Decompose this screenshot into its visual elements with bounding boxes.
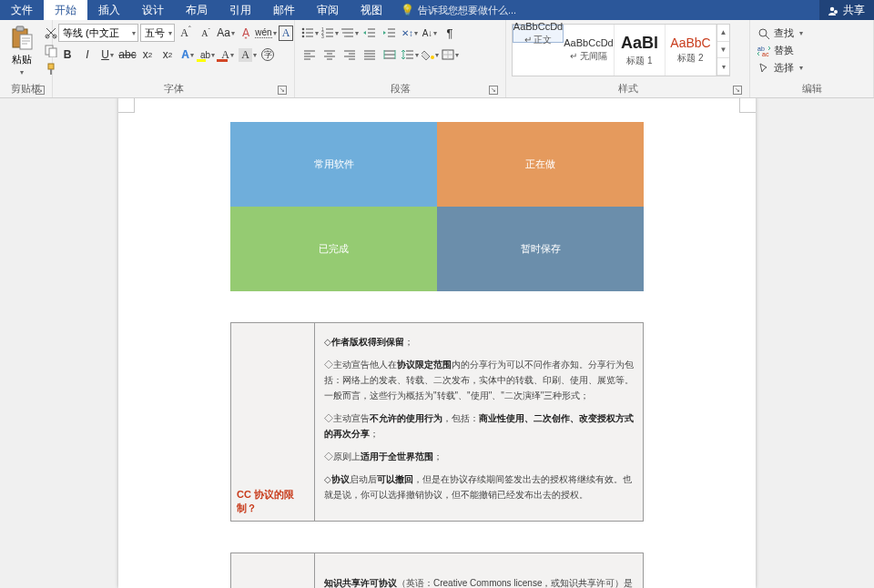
styles-scroll-down[interactable]: ▼ [717,42,729,59]
highlight-button[interactable]: ab [198,46,217,64]
quad-temp-save: 暂时保存 [437,207,644,291]
bullets-icon [301,27,314,38]
numbering-button[interactable]: 123 [320,24,339,42]
margin-marker-tr [739,98,756,113]
shrink-font-button[interactable]: Aˇ [197,24,215,42]
italic-button[interactable]: I [78,46,97,64]
cc-restrictions-heading: CC 协议的限制？ [231,323,315,521]
select-button[interactable]: 选择▾ [756,60,805,76]
bucket-icon [422,49,434,60]
paste-icon [9,25,35,51]
cursor-icon [757,62,770,75]
align-left-icon [303,49,316,60]
tab-insert[interactable]: 插入 [87,0,131,20]
font-name-select[interactable]: 等线 (中文正▾ [58,24,138,42]
superscript-button[interactable]: x2 [158,46,177,64]
border-icon [442,49,454,60]
phonetic-guide-button[interactable]: wén [257,24,275,42]
group-styles: AaBbCcDd↵ 正文 AaBbCcDd↵ 无间隔 AaBl标题 1 AaBb… [506,20,750,97]
strikethrough-button[interactable]: abc [118,46,137,64]
align-center-icon [323,49,336,60]
line-spacing-icon [401,49,414,60]
numbering-icon: 123 [321,27,334,38]
multilevel-icon [341,27,354,38]
svg-point-19 [344,35,346,37]
font-dialog-launcher[interactable]: ↘ [278,86,287,95]
paragraph-dialog-launcher[interactable]: ↘ [489,86,498,95]
tab-design[interactable]: 设计 [131,0,175,20]
tab-view[interactable]: 视图 [350,0,393,20]
svg-point-11 [301,28,304,31]
share-icon [828,5,839,15]
style-no-spacing[interactable]: AaBbCcDd↵ 无间隔 [564,25,615,76]
share-button[interactable]: 共享 [819,0,874,20]
show-marks-button[interactable]: ¶ [441,24,459,42]
styles-dialog-launcher[interactable]: ↘ [733,86,742,95]
replace-icon: abac [757,45,770,57]
multilevel-list-button[interactable] [340,24,359,42]
align-left-button[interactable] [300,46,319,64]
style-heading-1[interactable]: AaBl标题 1 [615,25,666,76]
asian-layout-button[interactable]: ✕↕ [401,24,419,42]
style-heading-2[interactable]: AaBbC标题 2 [666,25,716,76]
align-center-button[interactable] [320,46,339,64]
char-shading-button[interactable]: A [239,46,257,64]
bold-button[interactable]: B [58,46,76,64]
ribbon: 粘贴 ▾ 剪贴板↘ 等线 (中文正▾ 五号▾ Aˆ Aˇ Aa A͎ wén A [0,20,874,98]
shading-button[interactable] [421,46,439,64]
styles-expand[interactable]: ▾ [717,58,729,76]
styles-scroll-up[interactable]: ▲ [717,25,729,42]
quad-common-software: 常用软件 [230,122,437,207]
character-border-button[interactable]: A [277,24,295,42]
cc-restrictions-content: ◇作者版权得到保留； ◇主动宣告他人在协议限定范围内的分享行为可以不问作者亦知。… [315,323,643,521]
margin-marker-tl [118,98,135,113]
underline-button[interactable]: U [98,46,117,64]
distribute-button[interactable] [381,46,399,64]
font-size-select[interactable]: 五号▾ [140,24,175,42]
tell-me-search[interactable]: 💡 告诉我您想要做什么... [401,4,516,17]
font-color-button[interactable]: A [218,46,237,64]
group-clipboard: 粘贴 ▾ 剪贴板↘ [0,20,53,97]
find-button[interactable]: 查找▾ [756,25,805,41]
bullets-button[interactable] [300,24,319,42]
tab-review[interactable]: 审阅 [306,0,350,20]
document-area[interactable]: 常用软件 正在做 已完成 暂时保存 CC 协议的限制？ ◇作者版权得到保留； ◇… [0,98,874,588]
tab-mailings[interactable]: 邮件 [262,0,306,20]
cc-whatis-table: CC 协议是什么？ 知识共享许可协议（英语：Creative Commons l… [230,553,644,588]
enclose-char-button[interactable]: 字 [259,46,277,64]
text-effects-button[interactable]: A [178,46,197,64]
tab-layout[interactable]: 布局 [175,0,218,20]
paste-button[interactable]: 粘贴 ▾ [5,24,38,78]
page: 常用软件 正在做 已完成 暂时保存 CC 协议的限制？ ◇作者版权得到保留； ◇… [118,98,756,588]
tab-home[interactable]: 开始 [44,0,87,20]
change-case-button[interactable]: Aa [217,24,235,42]
svg-text:3: 3 [321,34,324,38]
search-icon [757,27,770,40]
borders-button[interactable] [441,46,459,64]
cc-restrictions-table: CC 协议的限制？ ◇作者版权得到保留； ◇主动宣告他人在协议限定范围内的分享行… [230,322,644,522]
increase-indent-button[interactable] [381,24,399,42]
group-styles-label: 样式 [618,83,638,94]
clipboard-dialog-launcher[interactable]: ↘ [36,86,45,95]
replace-button[interactable]: abac替换 [756,43,796,58]
style-normal[interactable]: AaBbCcDd↵ 正文 [513,25,564,43]
subscript-button[interactable]: x2 [138,46,157,64]
outdent-icon [363,27,376,38]
sort-button[interactable]: A↓ [421,24,439,42]
clear-format-button[interactable]: A͎ [237,24,255,42]
group-font-label: 字体 [164,83,184,94]
tab-references[interactable]: 引用 [218,0,262,20]
justify-button[interactable] [361,46,379,64]
paste-label: 粘贴 [12,53,32,66]
decrease-indent-button[interactable] [361,24,379,42]
align-right-button[interactable] [340,46,359,64]
svg-rect-3 [16,26,24,31]
justify-icon [363,49,376,60]
svg-point-20 [431,56,434,59]
grow-font-button[interactable]: Aˆ [177,24,195,42]
svg-text:ac: ac [762,51,769,57]
styles-gallery: AaBbCcDd↵ 正文 AaBbCcDd↵ 无间隔 AaBl标题 1 AaBb… [512,24,730,76]
svg-point-17 [341,28,342,30]
line-spacing-button[interactable] [401,46,419,64]
tab-file[interactable]: 文件 [0,0,44,20]
